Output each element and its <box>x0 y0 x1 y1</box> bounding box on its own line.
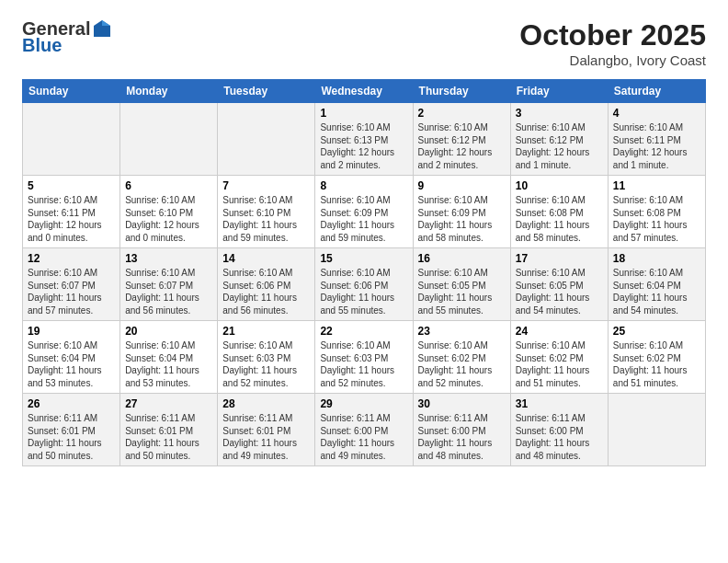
day-info: Sunrise: 6:10 AM Sunset: 6:11 PM Dayligh… <box>613 121 700 171</box>
day-info: Sunrise: 6:10 AM Sunset: 6:02 PM Dayligh… <box>418 339 506 389</box>
calendar-cell: 17Sunrise: 6:10 AM Sunset: 6:05 PM Dayli… <box>510 248 608 321</box>
calendar-cell: 18Sunrise: 6:10 AM Sunset: 6:04 PM Dayli… <box>608 248 705 321</box>
calendar-cell: 23Sunrise: 6:10 AM Sunset: 6:02 PM Dayli… <box>413 321 510 394</box>
day-number: 21 <box>222 325 310 338</box>
day-number: 2 <box>418 107 506 120</box>
col-friday: Friday <box>510 80 608 103</box>
day-number: 26 <box>28 397 115 410</box>
calendar-cell: 8Sunrise: 6:10 AM Sunset: 6:09 PM Daylig… <box>315 176 413 248</box>
col-monday: Monday <box>120 80 218 103</box>
calendar-cell: 5Sunrise: 6:10 AM Sunset: 6:11 PM Daylig… <box>23 176 120 248</box>
day-number: 10 <box>516 179 603 192</box>
day-number: 16 <box>418 252 506 265</box>
calendar-cell <box>218 103 315 176</box>
col-thursday: Thursday <box>413 80 510 103</box>
day-info: Sunrise: 6:11 AM Sunset: 6:00 PM Dayligh… <box>516 412 603 462</box>
calendar-cell: 27Sunrise: 6:11 AM Sunset: 6:01 PM Dayli… <box>120 394 218 466</box>
day-info: Sunrise: 6:10 AM Sunset: 6:05 PM Dayligh… <box>516 267 603 316</box>
day-info: Sunrise: 6:10 AM Sunset: 6:06 PM Dayligh… <box>222 267 310 316</box>
day-number: 30 <box>418 397 506 410</box>
day-info: Sunrise: 6:10 AM Sunset: 6:12 PM Dayligh… <box>418 121 506 171</box>
calendar-cell: 3Sunrise: 6:10 AM Sunset: 6:12 PM Daylig… <box>510 103 608 176</box>
col-wednesday: Wednesday <box>315 80 413 103</box>
calendar-cell: 20Sunrise: 6:10 AM Sunset: 6:04 PM Dayli… <box>120 321 218 394</box>
calendar-header-row: Sunday Monday Tuesday Wednesday Thursday… <box>23 80 706 103</box>
day-number: 17 <box>516 252 603 265</box>
day-number: 29 <box>320 397 407 410</box>
calendar-cell: 31Sunrise: 6:11 AM Sunset: 6:00 PM Dayli… <box>510 394 608 466</box>
title-block: October 2025 Dalangbo, Ivory Coast <box>519 18 706 68</box>
calendar-cell <box>608 394 705 466</box>
header: General Blue October 2025 Dalangbo, Ivor… <box>22 18 706 68</box>
logo-blue: Blue <box>22 35 112 55</box>
day-info: Sunrise: 6:10 AM Sunset: 6:06 PM Dayligh… <box>320 267 407 316</box>
calendar-cell: 11Sunrise: 6:10 AM Sunset: 6:08 PM Dayli… <box>608 176 705 248</box>
day-number: 15 <box>320 252 407 265</box>
day-number: 5 <box>28 179 115 192</box>
calendar-cell: 1Sunrise: 6:10 AM Sunset: 6:13 PM Daylig… <box>315 103 413 176</box>
day-number: 19 <box>28 325 115 338</box>
day-number: 6 <box>125 179 212 192</box>
calendar-cell: 14Sunrise: 6:10 AM Sunset: 6:06 PM Dayli… <box>218 248 315 321</box>
page: General Blue October 2025 Dalangbo, Ivor… <box>0 0 728 563</box>
calendar-cell: 12Sunrise: 6:10 AM Sunset: 6:07 PM Dayli… <box>23 248 120 321</box>
day-info: Sunrise: 6:10 AM Sunset: 6:13 PM Dayligh… <box>320 121 407 171</box>
day-number: 11 <box>613 179 700 192</box>
calendar-cell: 15Sunrise: 6:10 AM Sunset: 6:06 PM Dayli… <box>315 248 413 321</box>
day-info: Sunrise: 6:10 AM Sunset: 6:08 PM Dayligh… <box>516 194 603 244</box>
calendar-cell <box>23 103 120 176</box>
day-info: Sunrise: 6:10 AM Sunset: 6:04 PM Dayligh… <box>125 339 212 389</box>
day-number: 20 <box>125 325 212 338</box>
day-info: Sunrise: 6:10 AM Sunset: 6:02 PM Dayligh… <box>516 339 603 389</box>
col-tuesday: Tuesday <box>218 80 315 103</box>
day-info: Sunrise: 6:11 AM Sunset: 6:00 PM Dayligh… <box>320 412 407 462</box>
day-info: Sunrise: 6:10 AM Sunset: 6:09 PM Dayligh… <box>320 194 407 244</box>
calendar-cell: 4Sunrise: 6:10 AM Sunset: 6:11 PM Daylig… <box>608 103 705 176</box>
calendar-cell: 16Sunrise: 6:10 AM Sunset: 6:05 PM Dayli… <box>413 248 510 321</box>
day-info: Sunrise: 6:10 AM Sunset: 6:05 PM Dayligh… <box>418 267 506 316</box>
calendar-cell: 21Sunrise: 6:10 AM Sunset: 6:03 PM Dayli… <box>218 321 315 394</box>
day-info: Sunrise: 6:11 AM Sunset: 6:01 PM Dayligh… <box>28 412 115 462</box>
calendar-cell: 10Sunrise: 6:10 AM Sunset: 6:08 PM Dayli… <box>510 176 608 248</box>
calendar-cell: 13Sunrise: 6:10 AM Sunset: 6:07 PM Dayli… <box>120 248 218 321</box>
day-number: 3 <box>516 107 603 120</box>
day-number: 31 <box>516 397 603 410</box>
day-info: Sunrise: 6:10 AM Sunset: 6:03 PM Dayligh… <box>222 339 310 389</box>
day-info: Sunrise: 6:10 AM Sunset: 6:04 PM Dayligh… <box>613 267 700 316</box>
svg-marker-1 <box>102 20 110 26</box>
day-info: Sunrise: 6:10 AM Sunset: 6:07 PM Dayligh… <box>28 267 115 316</box>
calendar-cell: 2Sunrise: 6:10 AM Sunset: 6:12 PM Daylig… <box>413 103 510 176</box>
day-number: 13 <box>125 252 212 265</box>
day-info: Sunrise: 6:10 AM Sunset: 6:10 PM Dayligh… <box>222 194 310 244</box>
day-number: 18 <box>613 252 700 265</box>
day-info: Sunrise: 6:10 AM Sunset: 6:02 PM Dayligh… <box>613 339 700 389</box>
day-info: Sunrise: 6:10 AM Sunset: 6:08 PM Dayligh… <box>613 194 700 244</box>
day-number: 22 <box>320 325 407 338</box>
calendar-cell: 26Sunrise: 6:11 AM Sunset: 6:01 PM Dayli… <box>23 394 120 466</box>
day-info: Sunrise: 6:10 AM Sunset: 6:10 PM Dayligh… <box>125 194 212 244</box>
day-number: 9 <box>418 179 506 192</box>
day-number: 7 <box>222 179 310 192</box>
day-number: 23 <box>418 325 506 338</box>
day-info: Sunrise: 6:10 AM Sunset: 6:04 PM Dayligh… <box>28 339 115 389</box>
day-info: Sunrise: 6:10 AM Sunset: 6:12 PM Dayligh… <box>516 121 603 171</box>
calendar-cell <box>120 103 218 176</box>
calendar-week-5: 26Sunrise: 6:11 AM Sunset: 6:01 PM Dayli… <box>23 394 706 466</box>
day-info: Sunrise: 6:10 AM Sunset: 6:09 PM Dayligh… <box>418 194 506 244</box>
day-number: 25 <box>613 325 700 338</box>
day-info: Sunrise: 6:10 AM Sunset: 6:11 PM Dayligh… <box>28 194 115 244</box>
calendar-cell: 19Sunrise: 6:10 AM Sunset: 6:04 PM Dayli… <box>23 321 120 394</box>
calendar-cell: 29Sunrise: 6:11 AM Sunset: 6:00 PM Dayli… <box>315 394 413 466</box>
calendar-week-3: 12Sunrise: 6:10 AM Sunset: 6:07 PM Dayli… <box>23 248 706 321</box>
col-sunday: Sunday <box>23 80 120 103</box>
calendar-week-4: 19Sunrise: 6:10 AM Sunset: 6:04 PM Dayli… <box>23 321 706 394</box>
day-number: 28 <box>222 397 310 410</box>
day-number: 12 <box>28 252 115 265</box>
day-info: Sunrise: 6:10 AM Sunset: 6:07 PM Dayligh… <box>125 267 212 316</box>
calendar-cell: 9Sunrise: 6:10 AM Sunset: 6:09 PM Daylig… <box>413 176 510 248</box>
month-title: October 2025 <box>519 18 706 52</box>
calendar-week-1: 1Sunrise: 6:10 AM Sunset: 6:13 PM Daylig… <box>23 103 706 176</box>
day-number: 1 <box>320 107 407 120</box>
day-number: 27 <box>125 397 212 410</box>
calendar-cell: 24Sunrise: 6:10 AM Sunset: 6:02 PM Dayli… <box>510 321 608 394</box>
